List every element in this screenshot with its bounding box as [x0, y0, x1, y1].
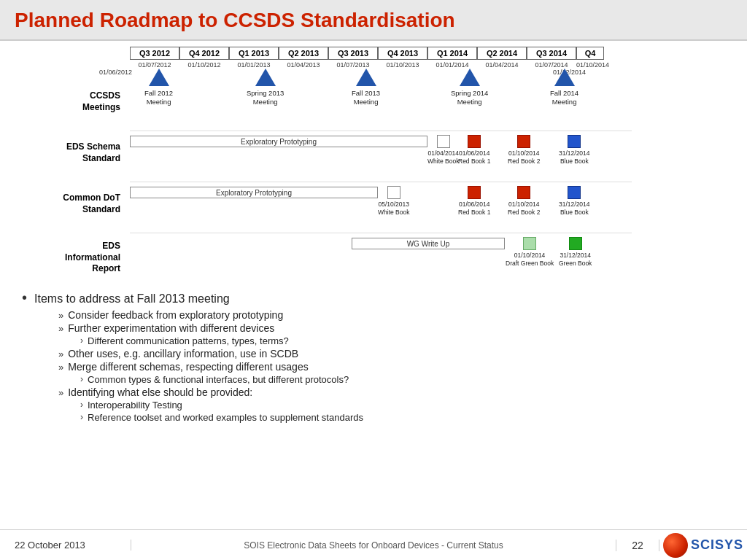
sub-arrow-4: » — [58, 362, 63, 373]
date-0: 01/07/2012 — [130, 61, 179, 69]
sub-text-2: Further experimentation with different d… — [68, 322, 274, 334]
dot-blue-square — [568, 186, 581, 199]
dot-red1-label: 01/06/2014Red Book 1 — [458, 201, 490, 217]
eds-blue-label: 31/12/2014Blue Book — [559, 149, 590, 166]
info-draft-green: 01/10/2014Draft Green Book — [506, 237, 554, 268]
spring-2013-marker: Spring 2013Meeting — [247, 69, 284, 107]
eds-white-label: 01/04/2014White Book — [427, 149, 459, 166]
sub-sub-item-2: › Common types & functional interfaces, … — [80, 374, 725, 385]
slide-title: Planned Roadmap to CCSDS Standardisation — [15, 9, 732, 32]
eds-row: EDS SchemaStandard Exploratory Prototypi… — [130, 131, 632, 180]
dot-white-book: 05/10/2013White Book — [378, 186, 409, 217]
info-green-square — [569, 237, 582, 250]
quarter-q1-2014: Q1 2014 — [427, 47, 477, 60]
info-green-book: 31/12/2014Green Book — [559, 237, 592, 268]
quarter-q1-2013: Q1 2013 — [229, 47, 279, 60]
date-9: 01/10/2014 — [576, 61, 604, 69]
eds-blue-book: 31/12/2014Blue Book — [559, 135, 590, 166]
dot-red1-square — [468, 186, 481, 199]
eds-proto-label: Exploratory Prototyping — [241, 138, 317, 146]
dot-proto-bar: Exploratory Prototyping — [130, 187, 378, 198]
date-8: 01/07/2014 — [527, 61, 576, 69]
fall-2013-triangle — [356, 69, 376, 86]
date-2: 01/01/2013 — [229, 61, 279, 69]
sub-sub-item-3: › Interoperability Testing — [80, 400, 725, 411]
fall-2013-label: Fall 2013Meeting — [352, 89, 380, 107]
slide: Planned Roadmap to CCSDS Standardisation… — [0, 0, 747, 560]
sub-arrow-5: » — [58, 387, 63, 398]
eds-white-book: 01/04/2014White Book — [427, 135, 459, 166]
dot-proto-label: Exploratory Prototyping — [216, 189, 292, 197]
quarter-q3-2013: Q3 2013 — [328, 47, 378, 60]
date-5: 01/10/2013 — [378, 61, 427, 69]
sub-item-4: » Merge different schemas, respecting di… — [58, 361, 725, 373]
fall-2014-label: Fall 2014Meeting — [550, 89, 578, 107]
info-wg-bar: WG Write Up — [352, 238, 505, 249]
bullets-section: • Items to address at Fall 2013 meeting … — [15, 292, 732, 423]
fall-2014-triangle — [554, 69, 575, 86]
quarter-q4-2013: Q4 2013 — [378, 47, 427, 60]
date-3: 01/04/2013 — [279, 61, 328, 69]
spring-2013-label: Spring 2013Meeting — [247, 89, 284, 107]
quarter-q4-2012: Q4 2012 — [179, 47, 229, 60]
main-bullet-text: Items to address at Fall 2013 meeting — [34, 292, 230, 306]
sub-text-5: Identifying what else should be provided… — [68, 386, 252, 398]
info-row: EDSInformationalReport WG Write Up 01/10… — [130, 233, 632, 282]
sub-text-4: Merge different schemas, respecting diff… — [68, 361, 308, 373]
info-green-label: 31/12/2014Green Book — [559, 252, 592, 268]
meetings-label: CCSDSMeetings — [15, 90, 120, 113]
fall-2012-triangle — [149, 69, 169, 86]
bullet-dot: • — [22, 289, 27, 306]
sub-list: » Consider feedback from exploratory pro… — [58, 309, 725, 423]
dot-red2-label: 01/10/2014Red Book 2 — [508, 201, 540, 217]
sub-arrow-2: » — [58, 323, 63, 334]
spring-2014-triangle — [460, 69, 480, 86]
fall-2012-marker: Fall 2012Meeting — [144, 69, 173, 107]
sub-arrow-3: » — [58, 349, 63, 359]
dot-blue-book: 31/12/2014Blue Book — [559, 186, 590, 217]
date-4: 01/07/2013 — [328, 61, 378, 69]
dot-red2-square — [517, 186, 530, 199]
dot-row: Common DoTStandard Exploratory Prototypi… — [130, 182, 632, 231]
sub-item-5: » Identifying what else should be provid… — [58, 386, 725, 398]
sub-sub-list-2: › Common types & functional interfaces, … — [80, 374, 725, 385]
date-7: 01/04/2014 — [477, 61, 527, 69]
main-bullet: • Items to address at Fall 2013 meeting — [22, 292, 725, 306]
eds-red2-label: 01/10/2014Red Book 2 — [508, 149, 540, 166]
date-row: 01/07/2012 01/10/2012 01/01/2013 01/04/2… — [130, 61, 732, 69]
sub-sub-arrow-1: › — [80, 335, 83, 346]
eds-label: EDS SchemaStandard — [15, 141, 120, 164]
eds-red1-square — [468, 135, 481, 148]
sub-text-3: Other uses, e.g. ancillary information, … — [68, 348, 298, 359]
meetings-row: 01/06/2012 01/12/2014 Fall 2012Meeting S… — [130, 69, 632, 131]
dot-label: Common DoTStandard — [15, 192, 120, 215]
dot-blue-label: 31/12/2014Blue Book — [559, 201, 590, 217]
date-6: 01/01/2014 — [427, 61, 477, 69]
timeline-section: Q3 2012 Q4 2012 Q1 2013 Q2 2013 Q3 2013 … — [15, 47, 732, 282]
fall-2012-label: Fall 2012Meeting — [144, 89, 173, 107]
eds-red2-book: 01/10/2014Red Book 2 — [508, 135, 540, 166]
scisys-sphere-icon — [663, 533, 688, 558]
footer-logo: SCISYS — [659, 533, 747, 558]
quarter-row: Q3 2012 Q4 2012 Q1 2013 Q2 2013 Q3 2013 … — [130, 47, 732, 60]
eds-white-square — [437, 135, 450, 148]
eds-blue-square — [568, 135, 581, 148]
quarter-q2-2013: Q2 2013 — [279, 47, 328, 60]
eds-red1-book: 01/06/2014Red Book 1 — [458, 135, 490, 166]
sub-item-1: » Consider feedback from exploratory pro… — [58, 309, 725, 321]
dot-white-square — [387, 186, 400, 199]
sub-sub-item-4: › Reference toolset and worked examples … — [80, 412, 725, 423]
fall-2013-marker: Fall 2013Meeting — [352, 69, 380, 107]
sub-item-3: » Other uses, e.g. ancillary information… — [58, 348, 725, 359]
info-label: EDSInformationalReport — [15, 241, 120, 275]
sub-sub-text-1: Different communication patterns, types,… — [88, 335, 289, 346]
spring-2014-label: Spring 2014Meeting — [451, 89, 488, 107]
footer-title: SOIS Electronic Data Sheets for Onboard … — [131, 540, 616, 551]
main-content: Q3 2012 Q4 2012 Q1 2013 Q2 2013 Q3 2013 … — [0, 47, 747, 423]
gantt-container: CCSDSMeetings 01/06/2012 01/12/2014 Fall… — [130, 69, 632, 282]
eds-proto-bar: Exploratory Prototyping — [130, 136, 427, 147]
info-wg-label: WG Write Up — [407, 240, 450, 248]
slide-header: Planned Roadmap to CCSDS Standardisation — [0, 0, 747, 41]
sub-sub-item-1: › Different communication patterns, type… — [80, 335, 725, 346]
info-draft-green-label: 01/10/2014Draft Green Book — [506, 252, 554, 268]
